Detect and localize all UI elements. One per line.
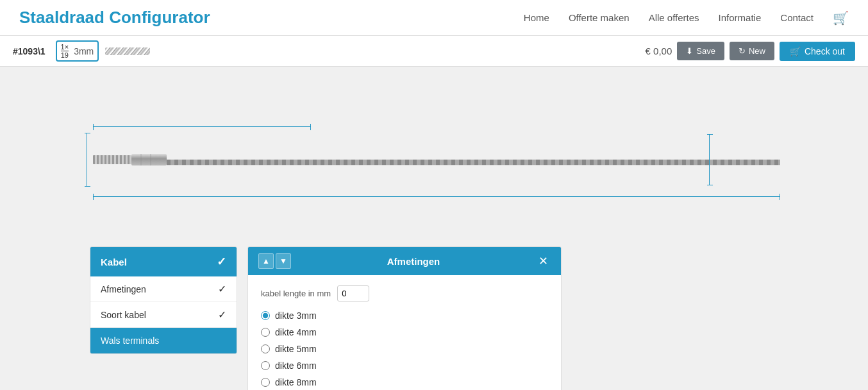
dikte-8mm-option[interactable]: dikte 8mm xyxy=(261,377,548,387)
afmetingen-check-icon: ✓ xyxy=(218,283,226,295)
cable-size-label: 3mm xyxy=(74,46,94,56)
soort-kabel-check-icon: ✓ xyxy=(218,309,226,321)
dikte-4mm-radio[interactable] xyxy=(261,328,270,337)
dikte-radio-group: dikte 3mm dikte 4mm dikte 5mm dikte 6mm xyxy=(261,310,548,387)
dikte-3mm-option[interactable]: dikte 3mm xyxy=(261,310,548,321)
dim-line-short xyxy=(93,126,311,127)
nav-alle-offertes[interactable]: Alle offertes xyxy=(649,12,699,23)
soort-kabel-item[interactable]: Soort kabel ✓ xyxy=(90,302,237,328)
arrow-down-button[interactable]: ▼ xyxy=(276,253,291,269)
save-label: Save xyxy=(696,46,715,56)
soort-kabel-label: Soort kabel xyxy=(101,310,146,320)
brand-logo[interactable]: Staaldraad Configurator xyxy=(19,8,210,28)
checkout-button[interactable]: 🛒 Check out xyxy=(780,42,855,61)
save-icon: ⬇ xyxy=(686,46,693,56)
svg-rect-6 xyxy=(131,154,167,165)
cable-body xyxy=(167,157,780,163)
ferrule xyxy=(131,154,167,165)
cable-preview xyxy=(105,42,150,60)
nav-offerte[interactable]: Offerte maken xyxy=(569,12,630,23)
kabel-check-icon: ✓ xyxy=(217,255,226,269)
cart-icon[interactable]: 🛒 xyxy=(833,10,849,26)
dikte-3mm-radio[interactable] xyxy=(261,311,270,320)
save-button[interactable]: ⬇ Save xyxy=(677,42,724,60)
afmetingen-panel: ▲ ▼ Afmetingen ✕ kabel lengte in mm dikt… xyxy=(247,246,562,390)
afmetingen-item[interactable]: Afmetingen ✓ xyxy=(90,276,237,302)
main-content: Kabel ✓ Afmetingen ✓ Soort kabel ✓ Wals … xyxy=(0,67,868,390)
dikte-5mm-radio[interactable] xyxy=(261,344,270,353)
checkout-label: Check out xyxy=(805,46,845,56)
afmetingen-panel-body: kabel lengte in mm dikte 3mm dikte 4mm d… xyxy=(248,275,561,390)
mid-tick xyxy=(709,134,710,185)
arrow-up-button[interactable]: ▲ xyxy=(258,253,274,269)
panel-arrows: ▲ ▼ xyxy=(258,253,291,269)
checkout-cart-icon: 🛒 xyxy=(790,46,801,56)
cable-diagram xyxy=(81,121,787,198)
order-id: #1093\1 xyxy=(13,46,46,56)
cable-fraction: 1× 19 xyxy=(61,43,69,59)
kabel-lengte-label: kabel lengte in mm xyxy=(261,289,331,298)
kabel-lengte-input[interactable] xyxy=(337,285,369,301)
dikte-6mm-label: dikte 6mm xyxy=(275,360,317,371)
dikte-8mm-label: dikte 8mm xyxy=(275,377,317,387)
dikte-6mm-radio[interactable] xyxy=(261,361,270,370)
kabel-panel: Kabel ✓ Afmetingen ✓ Soort kabel ✓ Wals … xyxy=(90,246,237,354)
cable-type-badge: 1× 19 3mm xyxy=(56,40,99,62)
dim-line-full xyxy=(93,196,780,197)
nav-informatie[interactable]: Informatie xyxy=(719,12,762,23)
dikte-4mm-label: dikte 4mm xyxy=(275,327,317,337)
dikte-6mm-option[interactable]: dikte 6mm xyxy=(261,360,548,371)
dikte-3mm-label: dikte 3mm xyxy=(275,310,317,321)
top-navigation: Staaldraad Configurator Home Offerte mak… xyxy=(0,0,868,36)
nav-links: Home Offerte maken Alle offertes Informa… xyxy=(524,10,849,26)
threaded-end xyxy=(93,153,131,166)
svg-rect-5 xyxy=(93,155,131,164)
kabel-title: Kabel xyxy=(101,257,127,267)
svg-rect-2 xyxy=(105,47,150,55)
sub-header: #1093\1 1× 19 3mm € 0,00 ⬇ Save ↻ New xyxy=(0,36,868,67)
nav-home[interactable]: Home xyxy=(524,12,549,23)
kabel-panel-header: Kabel ✓ xyxy=(90,247,237,276)
close-button[interactable]: ✕ xyxy=(536,254,551,268)
sub-header-actions: € 0,00 ⬇ Save ↻ New 🛒 Check out xyxy=(646,42,855,61)
afmetingen-title: Afmetingen xyxy=(296,256,531,267)
kabel-lengte-row: kabel lengte in mm xyxy=(261,285,548,301)
nav-contact[interactable]: Contact xyxy=(780,12,814,23)
dikte-5mm-label: dikte 5mm xyxy=(275,344,317,354)
wals-terminals-button[interactable]: Wals terminals xyxy=(90,328,237,353)
svg-rect-11 xyxy=(167,160,780,165)
afmetingen-label: Afmetingen xyxy=(101,284,146,294)
dikte-5mm-option[interactable]: dikte 5mm xyxy=(261,344,548,354)
afmetingen-panel-header: ▲ ▼ Afmetingen ✕ xyxy=(248,247,561,275)
dikte-4mm-option[interactable]: dikte 4mm xyxy=(261,327,548,337)
price-display: € 0,00 xyxy=(646,46,672,56)
diagram-area xyxy=(0,67,868,246)
controls-area: Kabel ✓ Afmetingen ✓ Soort kabel ✓ Wals … xyxy=(0,246,868,390)
new-label: New xyxy=(749,46,765,56)
dim-line-left xyxy=(87,133,87,187)
dikte-8mm-radio[interactable] xyxy=(261,378,270,387)
new-button[interactable]: ↻ New xyxy=(730,42,774,60)
refresh-icon: ↻ xyxy=(739,46,746,56)
